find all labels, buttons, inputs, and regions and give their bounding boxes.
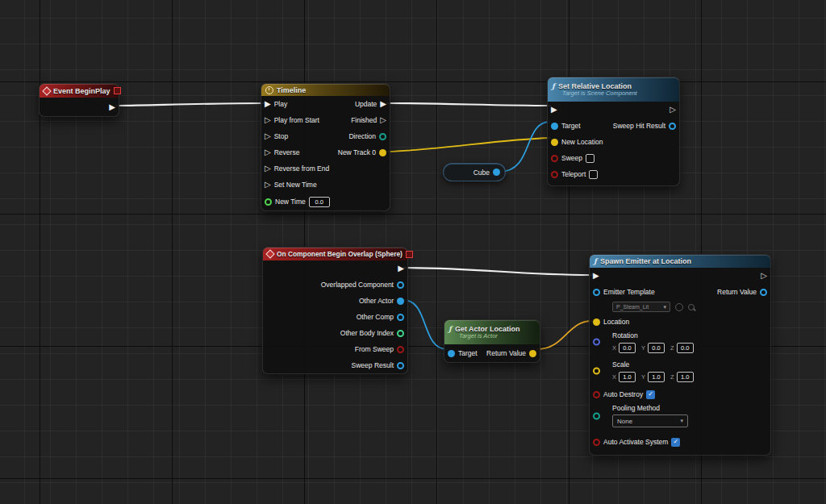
play-exec-pin[interactable] xyxy=(265,100,271,108)
reverse-from-end-exec-pin[interactable] xyxy=(265,165,271,173)
axis-z-label: Z xyxy=(670,373,674,381)
location-pin[interactable] xyxy=(593,319,600,326)
pooling-method-dropdown[interactable]: None xyxy=(612,414,688,427)
teleport-pin[interactable] xyxy=(551,171,558,178)
scale-pin[interactable] xyxy=(593,368,600,375)
return-value-pin[interactable] xyxy=(529,350,536,357)
emitter-template-value: P_Steam_Lit xyxy=(616,304,649,310)
axis-y-label: Y xyxy=(641,344,645,352)
pin-label: Auto Destroy xyxy=(603,390,643,398)
wire-cube-to-target[interactable] xyxy=(499,122,550,172)
node-spawn-emitter-at-location[interactable]: ƒ Spawn Emitter at Location Emitter Temp… xyxy=(589,254,771,456)
emitter-template-dropdown[interactable]: P_Steam_Lit xyxy=(612,302,670,312)
emitter-template-pin[interactable] xyxy=(593,289,600,296)
wire-returnvalue-to-location[interactable] xyxy=(537,321,592,349)
sweep-checkbox[interactable] xyxy=(586,154,594,163)
use-selected-asset-icon[interactable] xyxy=(675,303,683,311)
teleport-checkbox[interactable] xyxy=(589,170,598,179)
wire-exec-update-to-setrelloc[interactable] xyxy=(387,103,550,106)
overlap-header[interactable]: On Component Begin Overlap (Sphere) xyxy=(263,248,407,260)
timeline-header[interactable]: Timeline xyxy=(261,84,390,96)
node-set-relative-location[interactable]: ƒ Set Relative Location Target is Scene … xyxy=(547,77,680,186)
exec-output-pin[interactable] xyxy=(398,264,404,273)
play-from-start-exec-pin[interactable] xyxy=(265,116,271,124)
auto-activate-checkbox[interactable] xyxy=(671,438,680,447)
other-actor-pin[interactable] xyxy=(397,298,404,305)
function-icon: ƒ xyxy=(552,83,555,90)
update-exec-pin[interactable] xyxy=(380,100,386,108)
new-time-value-input[interactable]: 0.0 xyxy=(309,197,330,207)
wire-exec-overlap-to-spawn[interactable] xyxy=(403,268,592,275)
finished-exec-pin[interactable] xyxy=(380,116,386,124)
rotation-z-input[interactable]: 0.0 xyxy=(677,343,694,353)
exec-input-pin[interactable] xyxy=(593,272,599,280)
pooling-method-pin[interactable] xyxy=(593,412,600,419)
pin-label: Sweep Hit Result xyxy=(613,122,665,130)
function-icon: ƒ xyxy=(594,258,597,265)
delegate-icon xyxy=(114,87,121,94)
cube-output-pin[interactable] xyxy=(493,169,500,176)
return-value-pin[interactable] xyxy=(760,289,767,296)
wire-newtrack-to-newlocation[interactable] xyxy=(387,138,550,152)
exec-output-pin[interactable] xyxy=(761,272,767,280)
set-new-time-exec-pin[interactable] xyxy=(265,181,271,189)
node-timeline[interactable]: Timeline Play Update Play from Start Fin… xyxy=(261,83,390,211)
set-relative-location-header[interactable]: ƒ Set Relative Location Target is Scene … xyxy=(548,77,679,102)
auto-destroy-checkbox[interactable] xyxy=(646,390,655,399)
wire-otheractor-to-target[interactable] xyxy=(403,300,447,349)
pin-label: Play from Start xyxy=(274,116,319,124)
from-sweep-pin[interactable] xyxy=(397,346,404,353)
rotation-x-input[interactable]: 0.0 xyxy=(619,343,636,353)
rotation-pin[interactable] xyxy=(593,339,600,346)
get-actor-location-header[interactable]: ƒ Get Actor Location Target is Actor xyxy=(444,320,540,344)
pin-label: Overlapped Component xyxy=(321,281,394,289)
other-body-index-pin[interactable] xyxy=(397,330,404,337)
new-track-0-pin[interactable] xyxy=(379,149,386,156)
rotation-y-input[interactable]: 0.0 xyxy=(648,343,665,353)
delegate-icon xyxy=(406,251,413,258)
event-icon xyxy=(42,86,51,95)
stop-exec-pin[interactable] xyxy=(265,132,271,140)
pin-label: Scale xyxy=(612,360,629,369)
pin-label: Auto Activate System xyxy=(603,438,668,446)
exec-output-pin[interactable] xyxy=(109,103,115,111)
scale-group: Scale X 1.0 Y 1.0 Z 1.0 xyxy=(590,359,770,383)
direction-pin[interactable] xyxy=(379,133,386,140)
other-comp-pin[interactable] xyxy=(397,314,404,321)
pin-label: Play xyxy=(274,100,288,108)
pin-label: Sweep xyxy=(561,154,582,162)
overlapped-component-pin[interactable] xyxy=(397,281,404,289)
node-title: Timeline xyxy=(277,86,306,94)
pin-label: Target xyxy=(458,349,478,357)
scale-z-input[interactable]: 1.0 xyxy=(677,372,694,382)
browse-asset-icon[interactable] xyxy=(688,304,695,310)
auto-destroy-pin[interactable] xyxy=(593,391,600,398)
spawn-emitter-header[interactable]: ƒ Spawn Emitter at Location xyxy=(590,255,770,268)
scale-y-input[interactable]: 1.0 xyxy=(648,372,665,382)
reverse-exec-pin[interactable] xyxy=(265,148,271,156)
event-beginplay-header[interactable]: Event BeginPlay xyxy=(40,84,119,98)
pin-label: Finished xyxy=(351,116,377,124)
new-location-pin[interactable] xyxy=(551,139,558,146)
sweep-hit-result-pin[interactable] xyxy=(669,123,676,130)
node-on-component-begin-overlap[interactable]: On Component Begin Overlap (Sphere) Over… xyxy=(262,247,408,374)
node-cube-variable[interactable]: Cube xyxy=(443,163,506,181)
pin-label: Other Comp xyxy=(357,313,394,321)
sweep-result-pin[interactable] xyxy=(397,362,404,369)
sweep-pin[interactable] xyxy=(551,155,558,162)
node-get-actor-location[interactable]: ƒ Get Actor Location Target is Actor Tar… xyxy=(444,319,540,363)
node-event-beginplay[interactable]: Event BeginPlay xyxy=(39,83,119,117)
auto-activate-pin[interactable] xyxy=(593,439,600,446)
node-subtitle: Target is Scene Component xyxy=(562,90,637,97)
scale-x-input[interactable]: 1.0 xyxy=(619,372,636,382)
new-time-pin[interactable] xyxy=(265,198,272,206)
exec-input-pin[interactable] xyxy=(551,106,557,114)
pin-label: Set New Time xyxy=(274,181,317,189)
blueprint-graph-canvas[interactable]: { "canvas": { "background": "#232323", "… xyxy=(0,0,826,504)
exec-output-pin[interactable] xyxy=(670,106,676,114)
clock-icon xyxy=(265,86,273,94)
rotation-group: Rotation X 0.0 Y 0.0 Z 0.0 xyxy=(590,330,770,354)
target-pin[interactable] xyxy=(551,123,558,130)
target-pin[interactable] xyxy=(448,350,455,357)
wire-exec-beginplay-to-timeline[interactable] xyxy=(117,103,264,106)
